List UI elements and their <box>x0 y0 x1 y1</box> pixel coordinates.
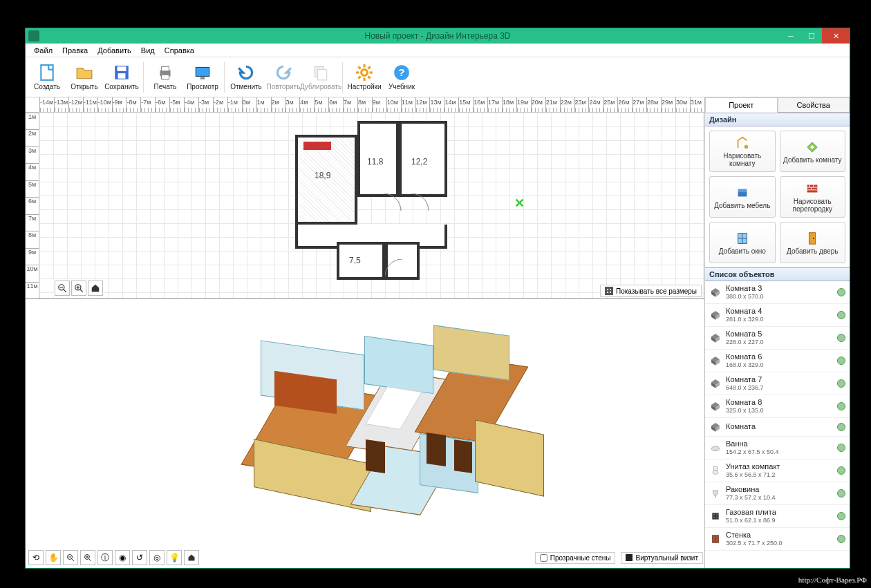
visibility-toggle[interactable] <box>837 444 845 452</box>
ruler-tick: 25м <box>603 97 617 112</box>
ruler-tick: -1м <box>227 97 242 112</box>
ruler-tick: 31м <box>690 97 704 112</box>
svg-line-33 <box>89 559 92 562</box>
virtual-visit-checkbox[interactable]: Виртуальный визит <box>621 552 703 564</box>
close-button[interactable]: ✕ <box>822 28 850 44</box>
zoom-in-button[interactable] <box>71 281 86 296</box>
visibility-toggle[interactable] <box>837 311 845 319</box>
lighting-button[interactable]: 💡 <box>167 550 182 565</box>
object-list-item[interactable]: Комната 7648.0 x 236.7 <box>705 372 850 395</box>
visibility-toggle[interactable] <box>837 423 845 431</box>
visibility-toggle[interactable] <box>837 402 845 410</box>
undo-button[interactable]: Отменить <box>227 59 265 96</box>
visibility-toggle[interactable] <box>837 466 845 475</box>
object-list-item[interactable]: Унитаз компакт35.6 x 56.5 x 71.2 <box>705 459 850 482</box>
open-button[interactable]: Открыть <box>66 59 103 96</box>
home-button[interactable] <box>88 281 103 296</box>
svg-rect-54 <box>712 513 718 519</box>
add-room-button[interactable]: Добавить комнату <box>780 131 846 172</box>
objects-header: Список объектов <box>705 267 850 281</box>
ruler-tick: 6м <box>26 197 39 214</box>
plan-canvas[interactable]: 18,9 11,8 12,2 7,5 <box>39 113 704 298</box>
visibility-toggle[interactable] <box>837 379 845 388</box>
visibility-toggle[interactable] <box>837 288 845 296</box>
ruler-tick: 4м <box>26 163 39 180</box>
zoom-out-button[interactable] <box>55 281 70 296</box>
menu-view[interactable]: Вид <box>137 45 159 56</box>
object-icon <box>709 533 722 545</box>
object-title: Комната <box>726 422 833 431</box>
furniture-item[interactable] <box>303 142 331 150</box>
object-list-item[interactable]: Стенка302.5 x 71.7 x 250.0 <box>705 528 850 551</box>
object-list-item[interactable]: Газовая плита51.0 x 62.1 x 86.9 <box>705 505 850 528</box>
object-list-item[interactable]: Раковина77.3 x 57.2 x 10.4 <box>705 482 850 505</box>
object-list-item[interactable]: Комната <box>705 418 850 437</box>
object-list-item[interactable]: Комната 8325.0 x 135.0 <box>705 395 850 418</box>
draw-room-button[interactable]: Нарисовать комнату <box>709 131 776 172</box>
svg-line-26 <box>80 290 83 292</box>
visibility-toggle[interactable] <box>837 334 845 342</box>
tab-properties[interactable]: Свойства <box>778 97 850 112</box>
add-door-button[interactable]: Добавить дверь <box>780 222 846 263</box>
transparent-walls-checkbox[interactable]: Прозрачные стены <box>535 552 616 564</box>
menu-help[interactable]: Справка <box>160 45 198 56</box>
preview-button[interactable]: Просмотр <box>184 59 221 96</box>
zoom-in-3d-button[interactable] <box>80 550 95 565</box>
ruler-tick: 17м <box>487 97 502 112</box>
print-button[interactable]: Печать <box>147 59 184 96</box>
ruler-tick: -8м <box>126 97 140 112</box>
visibility-toggle[interactable] <box>837 489 845 497</box>
settings-button[interactable]: Настройки <box>346 59 383 96</box>
titlebar: Новый проект - Дизайн Интерьера 3D ─ ☐ ✕ <box>26 28 850 44</box>
add-furniture-button[interactable]: Добавить мебель <box>709 176 776 218</box>
maximize-button[interactable]: ☐ <box>801 28 822 44</box>
object-list-item[interactable]: Комната 6168.0 x 329.0 <box>705 350 850 372</box>
show-all-sizes-toggle[interactable]: Показывать все размеры <box>600 285 702 297</box>
ruler-tick: 28м <box>646 97 661 112</box>
visibility-toggle[interactable] <box>837 357 845 365</box>
app-window: Новый проект - Дизайн Интерьера 3D ─ ☐ ✕… <box>25 28 850 569</box>
iso-3d-scene[interactable] <box>219 306 544 527</box>
home-3d-button[interactable] <box>184 550 199 565</box>
visibility-toggle[interactable] <box>837 535 845 543</box>
tab-project[interactable]: Проект <box>705 97 778 113</box>
ruler-tick: 10м <box>386 97 401 112</box>
add-window-button[interactable]: Добавить окно <box>709 222 776 263</box>
info-button[interactable]: ⓘ <box>97 550 113 565</box>
menu-add[interactable]: Добавить <box>93 45 135 56</box>
window-title: Новый проект - Дизайн Интерьера 3D <box>26 31 850 41</box>
ruler-tick: 3м <box>285 97 299 112</box>
menu-file[interactable]: Файл <box>30 45 57 56</box>
rotate-360-button[interactable]: ⟲ <box>28 550 44 565</box>
object-list-item[interactable]: Комната 5228.0 x 227.0 <box>705 327 850 350</box>
duplicate-button[interactable]: Дублировать <box>302 59 339 96</box>
manual-button[interactable]: ?Учебник <box>383 59 420 96</box>
floorplan[interactable]: 18,9 11,8 12,2 7,5 <box>295 121 454 281</box>
object-list-item[interactable]: Ванна154.2 x 67.5 x 50.4 <box>705 437 850 459</box>
menu-edit[interactable]: Правка <box>58 45 92 56</box>
ruler-tick: -2м <box>213 97 227 112</box>
redo-button[interactable]: Повторить <box>265 59 302 96</box>
object-list-item[interactable]: Комната 3380.0 x 570.0 <box>705 281 850 304</box>
draw-partition-button[interactable]: Нарисовать перегородку <box>780 176 846 218</box>
object-list-item[interactable]: Комната 4281.0 x 329.0 <box>705 304 850 327</box>
minimize-button[interactable]: ─ <box>780 28 801 44</box>
svg-line-16 <box>358 66 360 68</box>
ruler-tick: 14м <box>444 97 458 112</box>
ruler-tick: -14м <box>39 97 54 112</box>
door-3d <box>454 439 472 473</box>
view-3d-pane[interactable]: ⟲ ✋ ⓘ ◉ ↺ ◎ 💡 Прозрачные стены Виртуальн… <box>26 299 704 568</box>
snapshot-button[interactable]: ◎ <box>149 550 165 565</box>
ruler-tick: 23м <box>574 97 589 112</box>
svg-point-36 <box>744 145 749 149</box>
save-button[interactable]: Сохранить <box>103 59 140 96</box>
object-list[interactable]: Комната 3380.0 x 570.0 Комната 4281.0 x … <box>705 281 850 568</box>
orbit-button[interactable]: ◉ <box>115 550 130 565</box>
object-title: Комната 6 <box>726 352 833 361</box>
reset-view-button[interactable]: ↺ <box>132 550 147 565</box>
room-area-label: 18,9 <box>315 171 330 180</box>
create-button[interactable]: Создать <box>28 59 66 96</box>
visibility-toggle[interactable] <box>837 512 845 520</box>
pan-button[interactable]: ✋ <box>46 550 61 565</box>
zoom-out-3d-button[interactable] <box>63 550 78 565</box>
